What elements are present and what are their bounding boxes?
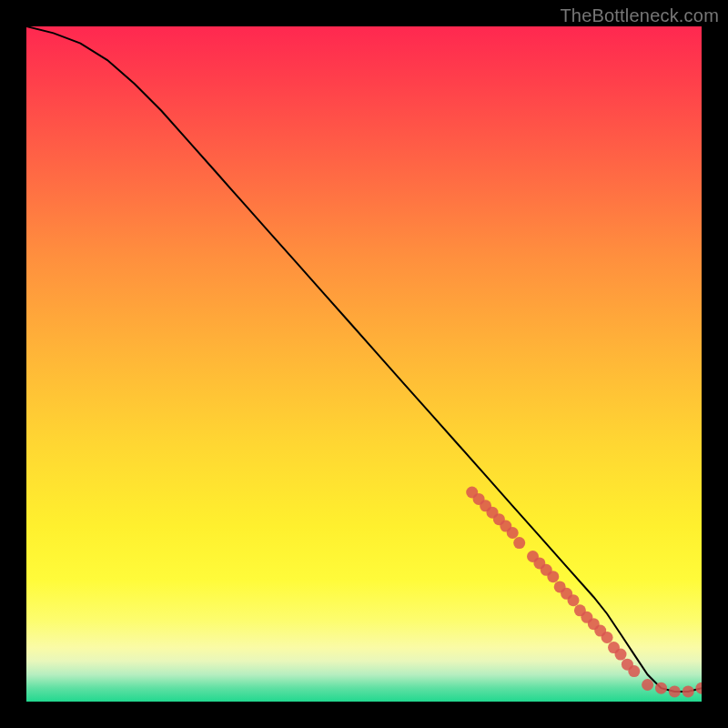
highlight-dot — [682, 685, 694, 697]
highlight-dot — [628, 665, 640, 677]
chart-svg — [26, 26, 702, 702]
curve-layer — [26, 26, 702, 692]
bottleneck-curve — [26, 26, 702, 692]
highlight-dot — [602, 632, 613, 643]
highlight-dot — [507, 527, 519, 539]
chart-stage: TheBottleneck.com — [0, 0, 728, 728]
highlight-dot — [669, 685, 681, 697]
highlight-dot — [568, 594, 580, 606]
plot-area — [26, 26, 702, 702]
highlight-dot — [513, 537, 525, 549]
highlight-dots — [466, 487, 702, 698]
watermark-text: TheBottleneck.com — [560, 5, 719, 26]
highlight-dot — [696, 682, 703, 694]
highlight-dot — [615, 649, 627, 661]
highlight-dot — [642, 679, 653, 691]
highlight-dot — [547, 571, 559, 582]
highlight-dot — [655, 682, 667, 694]
